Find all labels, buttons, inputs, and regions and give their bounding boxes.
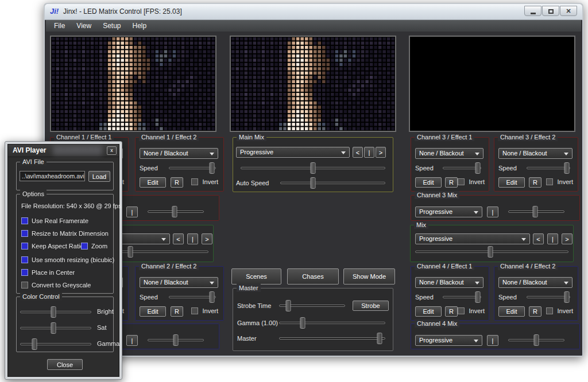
r-button[interactable]: R [445, 177, 458, 188]
invert-checkbox[interactable] [191, 178, 198, 185]
zoom-checkbox[interactable] [81, 243, 88, 250]
mix-select[interactable]: Progressive [415, 206, 482, 217]
slider-thumb[interactable] [172, 206, 177, 217]
next-button[interactable]: > [376, 147, 386, 158]
speed-slider[interactable] [443, 167, 481, 169]
slider-thumb[interactable] [210, 162, 215, 174]
convert-to-greyscale-checkbox[interactable] [21, 282, 28, 289]
r-button[interactable]: R [529, 177, 541, 188]
use-real-framerate-checkbox[interactable] [21, 217, 28, 224]
menu-file[interactable]: File [48, 21, 71, 31]
scenes-button[interactable]: Scenes [231, 268, 281, 284]
effect-select[interactable]: None / Blackout [140, 277, 218, 288]
keep-aspect-ratio-checkbox[interactable] [21, 243, 28, 250]
edit-button[interactable]: Edit [498, 306, 525, 317]
prev-button[interactable]: < [533, 233, 544, 244]
avi-path-field[interactable]: ..\avi\maxheadroom.avi [20, 171, 85, 181]
invert-checkbox[interactable] [458, 307, 465, 314]
invert-checkbox[interactable] [191, 307, 198, 314]
effect-select[interactable]: None / Blackout [415, 148, 483, 159]
edit-button[interactable]: Edit [415, 306, 442, 317]
pause-button[interactable]: | [187, 233, 198, 244]
crossfade-slider[interactable] [241, 167, 385, 169]
dialog-title-bar[interactable]: AVI Player x [8, 145, 119, 157]
slider-thumb[interactable] [534, 334, 539, 346]
close-button[interactable]: ✕ [560, 6, 577, 16]
next-button[interactable]: > [562, 233, 572, 244]
effect-select[interactable]: None / Blackout [140, 148, 218, 159]
smooth-resizing-checkbox[interactable] [21, 256, 28, 263]
title-bar[interactable]: Ji! Jinx! - LED Matrix Control [FPS: 25.… [45, 4, 582, 20]
slider-thumb[interactable] [51, 322, 56, 334]
prev-button[interactable]: < [173, 233, 184, 244]
show-mode-button[interactable]: Show Mode [343, 268, 395, 284]
gamma-slider[interactable] [279, 322, 385, 324]
slider-thumb[interactable] [311, 177, 316, 189]
maximize-button[interactable] [542, 6, 559, 16]
invert-checkbox[interactable] [546, 307, 553, 314]
slider-thumb[interactable] [311, 162, 316, 174]
dialog-close-action-button[interactable]: Close [47, 359, 83, 370]
invert-checkbox[interactable] [458, 178, 465, 185]
r-button[interactable]: R [171, 177, 183, 188]
mix-select[interactable]: Progressive [415, 233, 530, 244]
chases-button[interactable]: Chases [287, 268, 339, 284]
r-button[interactable]: R [529, 306, 541, 317]
effect-select[interactable]: None / Blackout [415, 277, 483, 288]
speed-slider[interactable] [443, 296, 481, 298]
slider-thumb[interactable] [300, 317, 305, 329]
slider-thumb[interactable] [564, 162, 569, 174]
pause-button[interactable]: | [487, 335, 498, 346]
r-button[interactable]: R [171, 306, 183, 317]
edit-button[interactable]: Edit [140, 177, 166, 188]
bright-slider[interactable] [20, 311, 91, 313]
pause-button[interactable]: | [126, 206, 138, 217]
edit-button[interactable]: Edit [140, 306, 166, 317]
pause-button[interactable]: | [126, 335, 138, 346]
invert-checkbox[interactable] [546, 178, 553, 185]
resize-to-matrix-checkbox[interactable] [21, 230, 28, 237]
prev-button[interactable]: < [353, 147, 363, 158]
dialog-close-button[interactable]: x [107, 146, 117, 155]
edit-button[interactable]: Edit [415, 177, 442, 188]
slider-thumb[interactable] [488, 246, 493, 258]
slider-thumb[interactable] [285, 300, 291, 311]
load-button[interactable]: Load [88, 171, 110, 182]
r-button[interactable]: R [445, 306, 458, 317]
slider-thumb[interactable] [533, 206, 538, 217]
slider-thumb[interactable] [173, 334, 179, 346]
effect-select[interactable]: None / Blackout [498, 277, 572, 288]
minimize-button[interactable] [524, 6, 541, 16]
strobe-time-slider[interactable] [279, 305, 345, 307]
mix-slider[interactable] [148, 339, 204, 341]
menu-setup[interactable]: Setup [97, 21, 126, 31]
menu-view[interactable]: View [71, 21, 97, 31]
master-slider[interactable] [279, 337, 385, 340]
slider-thumb[interactable] [564, 291, 569, 303]
slider-thumb[interactable] [377, 333, 382, 344]
gamma-slider[interactable] [20, 343, 91, 345]
pause-button[interactable]: | [547, 233, 558, 244]
mix-slider[interactable] [415, 251, 568, 253]
slider-thumb[interactable] [51, 306, 56, 318]
mix-select[interactable]: Progressive [415, 335, 482, 346]
slider-thumb[interactable] [210, 291, 215, 303]
speed-slider[interactable] [169, 167, 216, 169]
speed-slider[interactable] [527, 167, 570, 169]
mix-slider[interactable] [508, 339, 564, 341]
edit-button[interactable]: Edit [498, 177, 525, 188]
speed-slider[interactable] [527, 296, 570, 298]
menu-help[interactable]: Help [127, 21, 153, 31]
pause-button[interactable]: | [364, 147, 374, 158]
effect-select[interactable]: None / Blackout [498, 148, 572, 159]
place-in-center-checkbox[interactable] [21, 269, 28, 276]
slider-thumb[interactable] [475, 291, 481, 303]
pause-button[interactable]: | [487, 206, 498, 217]
main-mix-select[interactable]: Progressive [236, 147, 350, 158]
mix-slider[interactable] [148, 211, 204, 213]
speed-slider[interactable] [169, 296, 216, 298]
next-button[interactable]: > [202, 233, 212, 244]
sat-slider[interactable] [20, 327, 91, 329]
mix-slider[interactable] [508, 211, 564, 213]
slider-thumb[interactable] [475, 162, 481, 174]
